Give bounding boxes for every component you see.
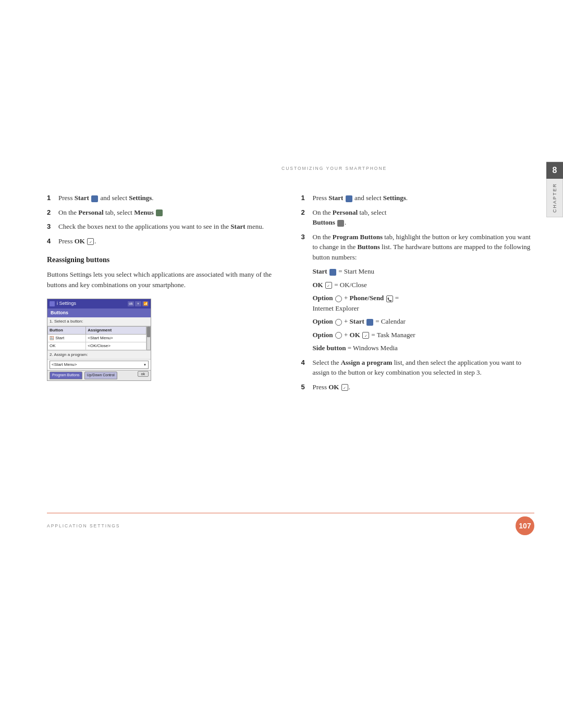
section-header: CUSTOMIZING YOUR SMARTPHONE: [282, 166, 537, 171]
mockup-section-label-1: 1. Select a button:: [47, 317, 151, 326]
chapter-label: CHAPTER: [552, 179, 557, 217]
key-combo-side-button: Side button = Windows Media: [313, 343, 535, 353]
right-step-5: 5 Press OK ✓.: [301, 382, 535, 392]
col-header-button: Button: [48, 327, 86, 335]
left-step-1: 1 Press Start and select Settings.: [47, 193, 280, 203]
right-step-1: 1 Press Start and select Settings.: [301, 193, 535, 203]
left-step-4: 4 Press OK ✓.: [47, 236, 280, 246]
right-step-list-cont: 4 Select the Assign a program list, and …: [301, 357, 535, 392]
key-phone-icon: 📞: [386, 295, 393, 302]
content-area: 1 Press Start and select Settings. 2 On …: [47, 193, 534, 396]
table-row-ok: OK <OK/Close>: [48, 342, 146, 350]
footer-left-text: APPLICATION SETTINGS: [47, 523, 120, 528]
mockup-ctrl-antenna: 📶: [142, 301, 149, 306]
right-step-2: 2 On the Personal tab, select Buttons .: [301, 207, 535, 228]
mockup-buttons-table: Button Assignment 🪟 Start <Start Menu>: [47, 326, 146, 350]
mockup-footer: Program Buttons Up/Down Control ok: [47, 370, 151, 380]
key-option-icon-2: [335, 319, 342, 326]
mockup-tab-program-buttons[interactable]: Program Buttons: [50, 372, 82, 379]
col-header-assignment: Assignment: [86, 327, 146, 335]
left-column: 1 Press Start and select Settings. 2 On …: [47, 193, 280, 396]
key-ok-icon: ✓: [325, 282, 332, 289]
right-step-number-4: 4: [301, 357, 310, 378]
step-number-2: 2: [47, 207, 55, 218]
right-step-number-1: 1: [301, 193, 310, 203]
key-combo-option-ok: Option + OK ✓ = Task Manager: [313, 330, 535, 340]
step-content-1: Press Start and select Settings.: [58, 193, 280, 203]
page: 8 CHAPTER CUSTOMIZING YOUR SMARTPHONE 1 …: [0, 0, 563, 728]
step-content-3: Check the boxes next to the applications…: [58, 221, 280, 232]
right-step-content-3: On the Program Buttons tab, highlight th…: [313, 232, 535, 263]
buttons-icon: [337, 220, 344, 227]
mockup-ok-button[interactable]: ok: [138, 371, 149, 377]
key-ok-icon-2: ✓: [362, 332, 369, 339]
cell-button-start: 🪟 Start: [48, 335, 86, 342]
key-combo-start: Start = Start Menu: [313, 266, 535, 277]
left-step-3: 3 Check the boxes next to the applicatio…: [47, 221, 280, 232]
cell-button-ok: OK: [48, 342, 86, 350]
mockup-table-container: Button Assignment 🪟 Start <Start Menu>: [47, 326, 146, 350]
chapter-number: 8: [546, 162, 563, 179]
page-footer: APPLICATION SETTINGS 107: [47, 513, 534, 535]
key-option-icon-1: [335, 295, 342, 302]
cell-assignment-ok: <OK/Close>: [86, 342, 146, 350]
mockup-tab-updown-control[interactable]: Up/Down Control: [84, 372, 117, 379]
key-combo-section: Start = Start Menu OK ✓ = OK/Close Optio…: [313, 266, 535, 353]
screenshot-mockup: i Settings ok × 📶 Buttons 1. Select a bu…: [47, 299, 151, 381]
mockup-titlebar-controls: ok × 📶: [128, 301, 149, 306]
dropdown-arrow-icon: ▼: [143, 363, 146, 367]
mockup-title-icon: [50, 301, 55, 306]
right-step-4: 4 Select the Assign a program list, and …: [301, 357, 535, 378]
reassigning-text: Buttons Settings lets you select which a…: [47, 269, 280, 290]
right-column: 1 Press Start and select Settings. 2 On …: [301, 193, 535, 396]
mockup-subtitle: Buttons: [47, 309, 151, 318]
right-step-content-4: Select the Assign a program list, and th…: [313, 357, 535, 378]
ok-icon-1: ✓: [87, 238, 94, 245]
chapter-tab: 8 CHAPTER: [546, 162, 563, 217]
step-number-4: 4: [47, 236, 55, 246]
key-combo-option-phone: Option + Phone/Send 📞 = Internet Explore…: [313, 293, 535, 313]
mockup-titlebar: i Settings ok × 📶: [47, 299, 151, 309]
step-number-3: 3: [47, 221, 55, 232]
key-start-icon: [329, 269, 336, 276]
mockup-scroll-thumb: [147, 327, 150, 337]
step-content-2: On the Personal tab, select Menus: [58, 207, 280, 218]
right-step-content-5: Press OK ✓.: [313, 382, 535, 392]
mockup-title-text: i Settings: [57, 300, 76, 307]
right-step-list: 1 Press Start and select Settings. 2 On …: [301, 193, 535, 262]
mockup-ctrl-ok: ok: [128, 301, 134, 306]
mockup-dropdown-value: <Start Menu>: [52, 362, 77, 368]
key-ok-icon-3: ✓: [341, 384, 348, 391]
right-step-number-3: 3: [301, 232, 310, 263]
right-step-3: 3 On the Program Buttons tab, highlight …: [301, 232, 535, 263]
right-step-content-2: On the Personal tab, select Buttons .: [313, 207, 535, 228]
right-step-number-5: 5: [301, 382, 310, 392]
key-option-icon-3: [335, 332, 342, 339]
right-start-icon-1: [346, 195, 352, 202]
left-step-list: 1 Press Start and select Settings. 2 On …: [47, 193, 280, 246]
mockup-dropdown[interactable]: <Start Menu> ▼: [50, 361, 149, 369]
right-step-number-2: 2: [301, 207, 310, 228]
step-content-4: Press OK ✓.: [58, 236, 280, 246]
reassigning-title: Reassigning buttons: [47, 254, 280, 265]
page-number-badge: 107: [516, 516, 534, 535]
right-step-content-1: Press Start and select Settings.: [313, 193, 535, 203]
mockup-scrollbar: [146, 326, 151, 350]
menus-icon: [156, 209, 163, 216]
left-step-2: 2 On the Personal tab, select Menus: [47, 207, 280, 218]
start-icon-1: [91, 195, 98, 202]
key-combo-option-start: Option + Start = Calendar: [313, 316, 535, 327]
key-combo-ok: OK ✓ = OK/Close: [313, 280, 535, 290]
step-number-1: 1: [47, 193, 55, 203]
cell-assignment-start: <Start Menu>: [86, 335, 146, 342]
table-row-start: 🪟 Start <Start Menu>: [48, 335, 146, 342]
mockup-table-area: Button Assignment 🪟 Start <Start Menu>: [47, 326, 151, 350]
key-start-icon-2: [366, 319, 373, 326]
mockup-ctrl-x: ×: [135, 301, 141, 306]
mockup-section-label-2: 2. Assign a program:: [47, 350, 151, 360]
